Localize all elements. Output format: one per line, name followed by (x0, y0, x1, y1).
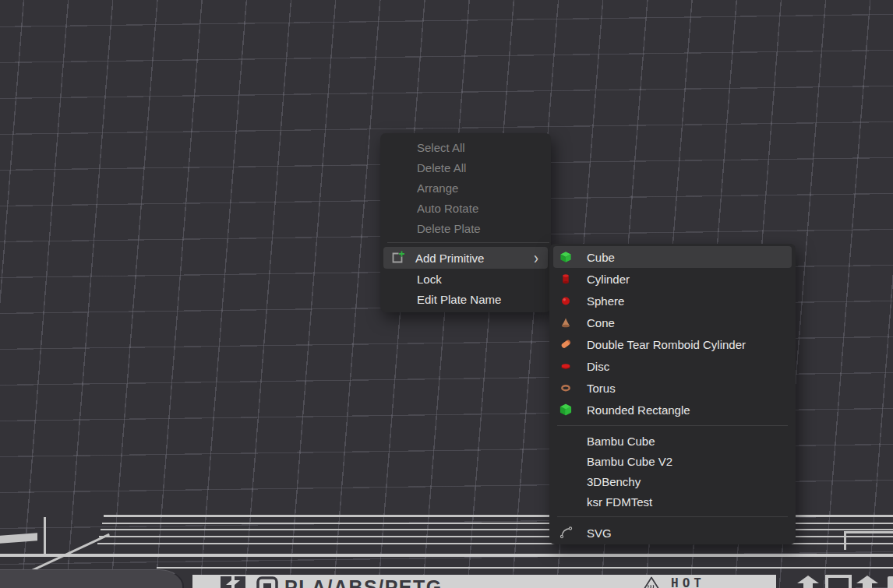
chevron-right-icon: › (534, 249, 538, 267)
menu-item-label: Add Primitive (415, 252, 484, 265)
add-primitive-icon (390, 250, 405, 266)
menu-item-arrange: Arrange (380, 178, 551, 198)
plate-front-arrow-icon (796, 576, 820, 588)
plate-edge-fragment (888, 576, 893, 588)
svg-bezier-icon (559, 526, 573, 541)
double-tear-romboid-cylinder-icon (559, 338, 572, 350)
menu-item-label: Auto Rotate (417, 202, 478, 215)
submenu-item-label: Cylinder (587, 273, 630, 286)
plate-square-marker (825, 575, 852, 588)
submenu-item-label: Cube (587, 251, 615, 264)
menu-item-delete-plate: Delete Plate (380, 218, 551, 238)
menu-item-label: Delete Plate (417, 222, 481, 235)
cylinder-icon (559, 273, 572, 285)
menu-item-select-all: Select All (380, 137, 551, 157)
plate-type-icon (256, 576, 278, 588)
submenu-item-double-tear-romboid-cylinder[interactable]: Double Tear Romboid Cylinder (549, 333, 796, 355)
plate-edge-thick-line (0, 554, 893, 557)
submenu-separator (557, 425, 788, 426)
submenu-item-label: Sphere (587, 294, 624, 308)
submenu-item-label: SVG (587, 526, 612, 540)
plate-label-bar: PLA/ABS/PETG HOT (192, 575, 776, 588)
hot-warning-icon (643, 576, 660, 588)
menu-item-label: Delete All (417, 161, 466, 174)
hot-label: HOT (671, 576, 705, 588)
cone-icon (559, 316, 572, 329)
plate-right-bracket (844, 531, 846, 550)
rounded-rectangle-icon (559, 403, 572, 416)
add-primitive-submenu: Cube Cylinder Sphere (549, 244, 796, 544)
menu-separator (387, 242, 549, 243)
submenu-item-label: Rounded Rectangle (587, 403, 690, 417)
plate-front-highlight (157, 567, 893, 569)
submenu-item-label: ksr FDMTest (587, 495, 652, 509)
submenu-item-3dbenchy[interactable]: 3DBenchy (549, 471, 796, 491)
submenu-item-ksr-fdmtest[interactable]: ksr FDMTest (549, 491, 796, 512)
submenu-item-bambu-cube[interactable]: Bambu Cube (549, 431, 796, 451)
plate-edge-wedge (0, 533, 37, 543)
submenu-item-disc[interactable]: Disc (549, 355, 796, 377)
submenu-separator (557, 516, 788, 517)
submenu-item-label: Double Tear Romboid Cylinder (587, 338, 746, 351)
menu-item-auto-rotate: Auto Rotate (380, 198, 551, 218)
submenu-item-torus[interactable]: Torus (549, 377, 796, 399)
menu-item-label: Lock (417, 273, 442, 286)
torus-icon (559, 382, 572, 394)
menu-item-add-primitive[interactable]: Add Primitive › (383, 247, 548, 269)
viewport-3d-canvas[interactable]: PLA/ABS/PETG HOT Select All Delete All A… (0, 0, 893, 588)
submenu-item-sphere[interactable]: Sphere (549, 290, 796, 312)
menu-item-label: Select All (417, 141, 465, 154)
plate-front-arrow-icon (856, 576, 879, 588)
plate-edge-tick (44, 517, 46, 555)
menu-item-delete-all: Delete All (380, 157, 551, 178)
sphere-icon (559, 294, 572, 307)
plate-context-menu: Select All Delete All Arrange Auto Rotat… (380, 133, 551, 312)
submenu-item-label: Torus (587, 382, 616, 395)
plate-corner-tab (0, 569, 184, 588)
submenu-item-svg[interactable]: SVG (549, 522, 796, 544)
submenu-item-label: Cone (587, 316, 615, 329)
submenu-item-bambu-cube-v2[interactable]: Bambu Cube V2 (549, 451, 796, 471)
menu-item-lock[interactable]: Lock (380, 269, 551, 289)
menu-item-label: Arrange (417, 181, 458, 195)
disc-icon (559, 360, 572, 372)
bambu-logo-icon (221, 576, 247, 588)
submenu-item-cone[interactable]: Cone (549, 312, 796, 333)
plate-material-label: PLA/ABS/PETG (284, 577, 443, 588)
submenu-item-cylinder[interactable]: Cylinder (549, 268, 796, 290)
submenu-item-label: Disc (587, 360, 609, 373)
submenu-item-label: Bambu Cube V2 (587, 455, 672, 468)
submenu-item-label: 3DBenchy (587, 475, 641, 488)
plate-right-bracket (844, 531, 893, 533)
submenu-item-rounded-rectangle[interactable]: Rounded Rectangle (549, 399, 796, 421)
submenu-item-label: Bambu Cube (587, 435, 655, 448)
menu-item-label: Edit Plate Name (417, 293, 501, 306)
submenu-item-cube[interactable]: Cube (553, 246, 792, 268)
cube-icon (559, 251, 572, 263)
menu-item-edit-plate-name[interactable]: Edit Plate Name (380, 289, 551, 309)
